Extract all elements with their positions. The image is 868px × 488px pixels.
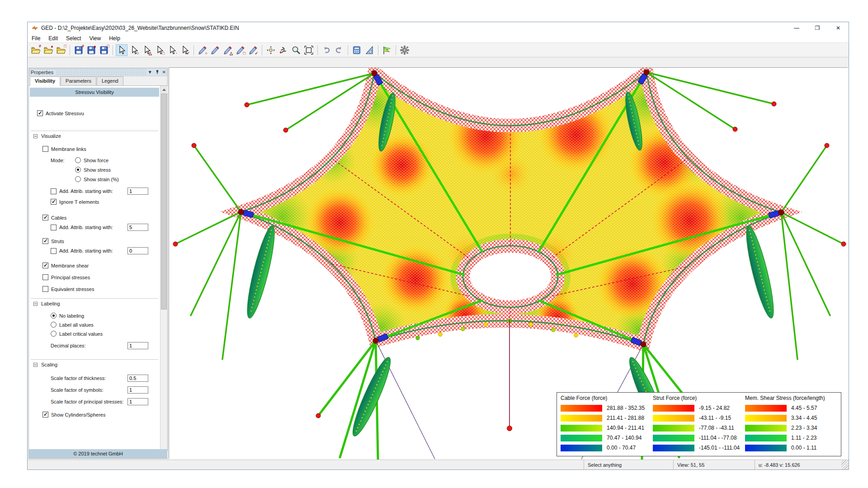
select-tool-button[interactable] — [116, 44, 127, 56]
draw-square-tool-button[interactable]: □ — [235, 44, 246, 56]
show-cylinders-checkbox[interactable] — [42, 412, 48, 418]
struts-label: Struts — [51, 239, 64, 244]
membrane-shear-checkbox[interactable] — [42, 263, 48, 268]
collapse-icon[interactable] — [33, 134, 38, 138]
open-hash-button[interactable]: # — [30, 44, 42, 56]
draw-tool-button[interactable] — [209, 44, 221, 56]
show-force-radio[interactable] — [75, 157, 81, 163]
visualize-group-header[interactable]: Visualize — [33, 133, 160, 139]
maximize-button[interactable]: ❐ — [807, 22, 828, 34]
scaling-group-header[interactable]: Scaling — [33, 362, 160, 367]
ignore-t-checkbox[interactable] — [51, 199, 57, 205]
zoom-tool-button[interactable] — [290, 44, 302, 56]
panel-title-bar[interactable]: Properties ▼ ✕ — [29, 68, 167, 76]
tab-parameters[interactable]: Parameters — [61, 76, 96, 85]
membrane-links-checkbox[interactable] — [42, 146, 48, 152]
select-triangle-tool-button[interactable]: △ — [141, 44, 153, 56]
draw-circle-tool-button[interactable]: ○ — [197, 44, 208, 56]
pin-icon[interactable] — [155, 70, 160, 75]
tab-legend[interactable]: Legend — [97, 76, 123, 85]
struts-attrib-label: Add. Attrib. starting with: — [59, 248, 113, 253]
no-labeling-radio[interactable] — [51, 313, 57, 319]
gradient-swatch — [745, 415, 787, 422]
equivalent-stresses-row[interactable]: Equivalent stresses — [42, 286, 160, 292]
show-strain-radio[interactable] — [75, 176, 81, 182]
membrane-links-row[interactable]: Membrane links — [42, 146, 160, 152]
tab-visibility[interactable]: Visibility — [30, 76, 60, 86]
menu-file[interactable]: File — [28, 34, 44, 42]
close-button[interactable]: ✕ — [828, 22, 849, 34]
close-icon[interactable]: ✕ — [162, 70, 166, 75]
calculator-button[interactable] — [351, 44, 363, 56]
viewport-canvas[interactable]: Cable Force (force) 281.88 - 352.35 211.… — [169, 67, 848, 459]
labeling-group-header[interactable]: Labeling — [33, 301, 160, 306]
cables-attrib-checkbox[interactable] — [51, 225, 57, 230]
struts-attrib-checkbox[interactable] — [51, 248, 57, 254]
resize-grip[interactable] — [841, 460, 849, 469]
undo-button[interactable] — [321, 44, 332, 56]
mem-attrib-field[interactable] — [127, 188, 148, 195]
draw-triangle-tool-button[interactable]: △ — [222, 44, 234, 56]
open-triangle-button[interactable]: ▲ — [42, 44, 54, 56]
panel-scrollbar[interactable] — [160, 86, 167, 458]
struts-row[interactable]: Struts — [42, 238, 160, 244]
struts-checkbox[interactable] — [42, 238, 48, 244]
scale-thickness-field[interactable] — [127, 375, 148, 382]
ignore-t-row[interactable]: Ignore T elements — [51, 199, 160, 205]
show-stress-radio[interactable] — [75, 167, 81, 173]
panel-content: Stressvu Visibility Activate Stressvu Vi… — [29, 86, 160, 458]
cables-checkbox[interactable] — [42, 215, 48, 221]
open-square-button[interactable]: □ — [55, 44, 67, 56]
set-square-button[interactable] — [363, 44, 375, 56]
select-square-tool-button[interactable]: □ — [154, 44, 165, 56]
divider — [31, 359, 158, 360]
stressvu-flag-button[interactable] — [381, 44, 393, 56]
no-labeling-row[interactable]: No labeling — [51, 313, 160, 319]
save-square-button[interactable]: □ — [98, 44, 110, 56]
activate-stressvu-row[interactable]: Activate Stressvu — [37, 110, 160, 116]
gradient-swatch — [561, 415, 602, 422]
label-all-row[interactable]: Label all values — [51, 322, 160, 328]
menu-help[interactable]: Help — [105, 34, 124, 42]
spark-tool-button[interactable] — [278, 44, 289, 56]
minimize-button[interactable]: — — [786, 22, 807, 34]
gradient-swatch — [653, 405, 694, 412]
principal-stresses-row[interactable]: Principal stresses — [42, 274, 160, 280]
select-circle-tool-button[interactable]: ○ — [128, 44, 140, 56]
select-check-tool-button[interactable]: ✓ — [179, 44, 191, 56]
mode-row: Mode: Show force — [51, 157, 160, 163]
membrane-shear-row[interactable]: Membrane shear — [42, 263, 160, 268]
equivalent-stresses-checkbox[interactable] — [42, 286, 48, 292]
label-critical-row[interactable]: Label critical values — [51, 331, 160, 337]
zoom-extents-button[interactable] — [303, 44, 315, 56]
activate-stressvu-checkbox[interactable] — [37, 110, 43, 116]
label-all-radio[interactable] — [51, 322, 57, 328]
cables-attrib-field[interactable] — [127, 224, 148, 231]
show-cylinders-row[interactable]: Show Cylinders/Spheres — [42, 412, 160, 418]
collapse-icon[interactable] — [33, 302, 38, 306]
save-hash-button[interactable]: # — [73, 44, 85, 56]
gradient-swatch — [653, 415, 694, 422]
save-triangle-button[interactable]: ▲ — [85, 44, 97, 56]
struts-attrib-field[interactable] — [127, 247, 148, 254]
chevron-down-icon[interactable]: ▼ — [148, 70, 152, 75]
scroll-up-icon[interactable] — [160, 86, 168, 93]
pan-tool-button[interactable] — [265, 44, 277, 56]
scale-principal-field[interactable] — [127, 398, 148, 405]
collapse-icon[interactable] — [33, 363, 38, 367]
mem-attrib-checkbox[interactable] — [51, 188, 57, 194]
menu-view[interactable]: View — [85, 34, 105, 42]
redo-button[interactable] — [333, 44, 345, 56]
scrollbar-thumb[interactable] — [161, 94, 167, 310]
status-bar: Select anything View: 51, 55 u: -8.483 v… — [28, 460, 849, 469]
label-critical-radio[interactable] — [51, 331, 57, 337]
cables-row[interactable]: Cables — [42, 215, 160, 221]
principal-stresses-checkbox[interactable] — [42, 274, 48, 280]
draw-check-tool-button[interactable]: ✓ — [247, 44, 259, 56]
menu-edit[interactable]: Edit — [44, 34, 62, 42]
menu-select[interactable]: Select — [62, 34, 85, 42]
decimal-places-field[interactable] — [127, 342, 148, 349]
settings-gear-button[interactable] — [399, 44, 410, 56]
select-dot-tool-button[interactable]: · — [166, 44, 178, 56]
scale-symbols-field[interactable] — [127, 386, 148, 394]
